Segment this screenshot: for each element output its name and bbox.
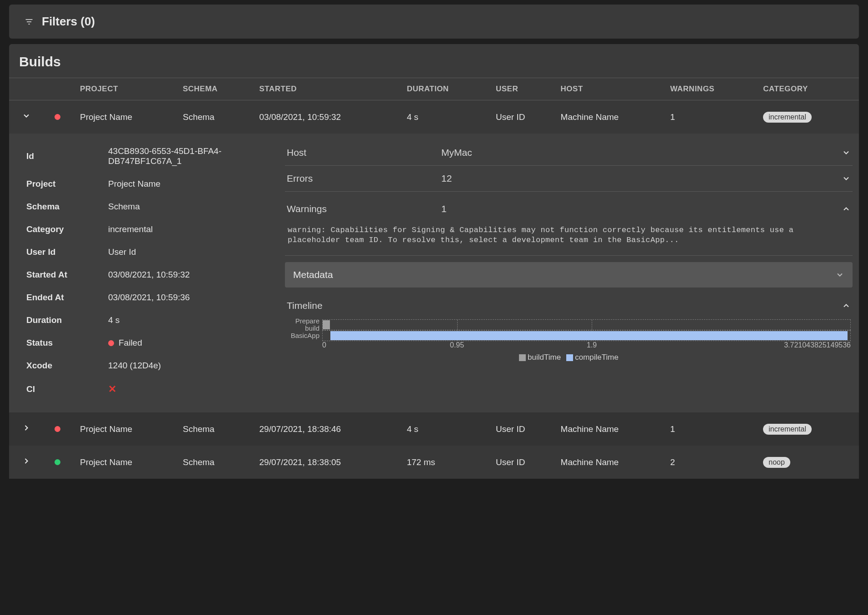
filters-title[interactable]: Filters (0)	[42, 15, 95, 29]
timeline-row-label: Prepare build	[287, 317, 322, 332]
timeline-row-prepare: Prepare build	[287, 319, 851, 330]
filters-panel: Filters (0)	[9, 5, 859, 39]
chevron-down-icon	[835, 270, 844, 279]
kv-key: Id	[15, 140, 97, 173]
errors-section: Errors 12	[285, 166, 853, 192]
chevron-up-icon	[842, 204, 851, 213]
errors-value: 12	[441, 173, 842, 184]
kv-value: 4 s	[97, 309, 277, 332]
host-section: Host MyMac	[285, 140, 853, 166]
legend-swatch	[519, 354, 526, 361]
warnings-header[interactable]: Warnings 1	[285, 192, 853, 222]
cell-schema: Schema	[178, 100, 254, 134]
cell-user: User ID	[491, 412, 556, 446]
warnings-value: 1	[441, 203, 842, 214]
cell-duration: 172 ms	[402, 446, 491, 479]
axis-tick: 0	[322, 341, 326, 349]
cell-duration: 4 s	[402, 412, 491, 446]
cell-schema: Schema	[178, 412, 254, 446]
col-user[interactable]: USER	[491, 78, 556, 100]
col-warnings[interactable]: WARNINGS	[666, 78, 759, 100]
cell-warnings: 2	[666, 446, 759, 479]
timeline-track	[322, 330, 851, 341]
status-dot-failed	[55, 114, 60, 120]
status-text: Failed	[119, 338, 142, 347]
cell-started: 29/07/2021, 18:38:46	[255, 412, 403, 446]
kv-value: Schema	[97, 195, 277, 218]
kv-key: Duration	[15, 309, 97, 332]
chevron-down-icon	[842, 174, 851, 183]
kv-key: CI	[15, 377, 97, 402]
timeline-header[interactable]: Timeline	[285, 294, 853, 316]
detail-kv-table: Id43CB8930-6553-45D1-BFA4-DB747BF1C67A_1…	[15, 140, 277, 402]
cell-schema: Schema	[178, 446, 254, 479]
timeline-legend: buildTime compileTime	[287, 351, 851, 364]
col-started[interactable]: STARTED	[255, 78, 403, 100]
col-host[interactable]: HOST	[556, 78, 666, 100]
kv-value: 1240 (12D4e)	[97, 354, 277, 377]
errors-label: Errors	[287, 173, 441, 184]
category-chip: noop	[763, 457, 790, 468]
col-schema[interactable]: SCHEMA	[178, 78, 254, 100]
timeline-chart: Prepare build	[285, 316, 853, 366]
timeline-track	[322, 319, 851, 330]
category-chip: incremental	[763, 424, 812, 435]
builds-panel: Builds PROJECT SCHEMA STARTED DURATION U…	[9, 44, 859, 479]
timeline-bar-buildtime	[323, 320, 330, 329]
legend-item-compiletime: compileTime	[566, 353, 619, 362]
cell-host: Machine Name	[556, 446, 666, 479]
kv-value: incremental	[97, 218, 277, 241]
kv-key: Project	[15, 173, 97, 195]
cell-project: Project Name	[75, 446, 178, 479]
expand-toggle[interactable]	[22, 111, 31, 120]
kv-key: Category	[15, 218, 97, 241]
col-duration[interactable]: DURATION	[402, 78, 491, 100]
errors-header[interactable]: Errors 12	[285, 166, 853, 191]
cell-project: Project Name	[75, 412, 178, 446]
table-row[interactable]: Project Name Schema 29/07/2021, 18:38:46…	[9, 412, 859, 446]
build-detail-row: Id43CB8930-6553-45D1-BFA4-DB747BF1C67A_1…	[9, 134, 859, 412]
status-dot-failed	[108, 340, 114, 346]
kv-value: Project Name	[97, 173, 277, 195]
cell-warnings: 1	[666, 412, 759, 446]
ci-false-icon: ✕	[108, 383, 116, 395]
builds-title: Builds	[9, 54, 859, 78]
kv-key: Started At	[15, 263, 97, 286]
kv-key: User Id	[15, 241, 97, 263]
category-chip: incremental	[763, 112, 812, 123]
filter-icon[interactable]	[25, 17, 34, 26]
cell-started: 03/08/2021, 10:59:32	[255, 100, 403, 134]
host-header[interactable]: Host MyMac	[285, 140, 853, 165]
legend-item-buildtime: buildTime	[519, 353, 561, 362]
kv-key: Schema	[15, 195, 97, 218]
expand-toggle[interactable]	[22, 456, 31, 466]
kv-key: Status	[15, 332, 97, 354]
host-label: Host	[287, 147, 441, 158]
table-row[interactable]: Project Name Schema 03/08/2021, 10:59:32…	[9, 100, 859, 134]
cell-user: User ID	[491, 100, 556, 134]
timeline-bar-compiletime	[330, 331, 848, 340]
warning-message: warning: Capabilities for Signing & Capa…	[285, 222, 853, 255]
kv-key: Xcode	[15, 354, 97, 377]
axis-tick: 0.95	[450, 341, 464, 349]
col-category[interactable]: CATEGORY	[758, 78, 859, 100]
chevron-up-icon	[842, 301, 851, 310]
cell-host: Machine Name	[556, 412, 666, 446]
cell-started: 29/07/2021, 18:38:05	[255, 446, 403, 479]
warnings-section: Warnings 1 warning: Capabilities for Sig…	[285, 192, 853, 256]
host-value: MyMac	[441, 147, 842, 158]
metadata-header[interactable]: Metadata	[285, 262, 853, 288]
builds-table: PROJECT SCHEMA STARTED DURATION USER HOS…	[9, 78, 859, 479]
timeline-label: Timeline	[287, 300, 842, 311]
expand-toggle[interactable]	[22, 423, 31, 432]
axis-tick: 1.9	[587, 341, 597, 349]
table-row[interactable]: Project Name Schema 29/07/2021, 18:38:05…	[9, 446, 859, 479]
col-project[interactable]: PROJECT	[75, 78, 178, 100]
kv-value: Failed	[97, 332, 277, 354]
warnings-label: Warnings	[287, 203, 441, 214]
legend-label: buildTime	[528, 353, 561, 362]
legend-swatch	[566, 354, 573, 361]
detail-right-column: Host MyMac Errors 12	[285, 140, 853, 402]
kv-value: 03/08/2021, 10:59:32	[97, 263, 277, 286]
legend-label: compileTime	[575, 353, 619, 362]
